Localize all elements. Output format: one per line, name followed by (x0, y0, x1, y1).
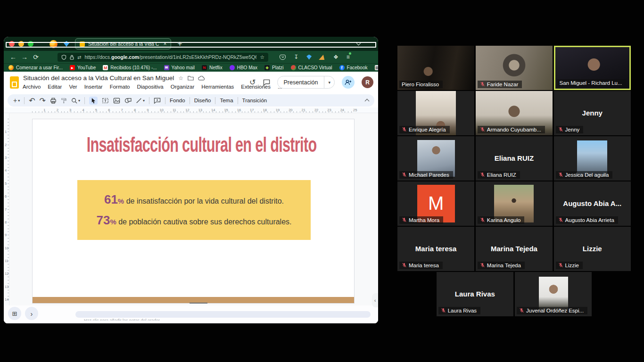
gem-toolbar-icon[interactable] (306, 55, 312, 60)
speaker-notes-bar[interactable] (75, 311, 371, 318)
pocket-icon[interactable] (280, 55, 286, 60)
bookmark-inicio[interactable]: ▤Inicio (375, 65, 379, 70)
participant-name-label: Piero Fioralisso (399, 81, 443, 88)
participant-tile[interactable]: San Miguel - Richard Lu... (554, 46, 631, 90)
cloud-status-icon[interactable] (198, 76, 205, 81)
participant-tile[interactable]: Michael Paredes (397, 136, 474, 181)
participant-name-label: Jenny (556, 126, 584, 133)
participant-tile[interactable]: LizzieLizzie (554, 227, 631, 271)
yahoo-icon: ✉ (164, 65, 169, 70)
present-options-caret-icon[interactable]: ▾ (324, 80, 334, 85)
star-document-icon[interactable]: ☆ (178, 75, 183, 82)
speaker-notes-placeholder: Haz clic para añadir las notas del orado… (84, 318, 160, 321)
back-button[interactable]: ← (8, 53, 19, 61)
participant-tile[interactable]: Augusto Abia A...Augusto Abia Arrieta (554, 181, 631, 226)
lock-icon[interactable] (70, 55, 74, 60)
participant-tile[interactable]: JennyJenny (554, 91, 631, 135)
participant-tile[interactable]: Enrique Alegría (397, 91, 474, 135)
google-slides-icon[interactable] (10, 76, 19, 89)
participant-tile[interactable]: Juvenal Ordóñez Espi... (515, 272, 592, 316)
collapse-panel-button[interactable]: ‹ (372, 293, 378, 307)
notes-splitter-handle[interactable] (190, 303, 207, 304)
document-title[interactable]: Situación del acceso a la Vida Cultural … (23, 74, 174, 82)
participant-tile[interactable]: Jessica Del aguila (554, 136, 631, 181)
bookmark-gmail[interactable]: MRecibidos (10.476) -... (103, 65, 157, 70)
bookmark-platzi[interactable]: ◆Platzi (264, 65, 283, 70)
grid-view-button[interactable]: ⊞ (8, 307, 21, 320)
menu-diapositiva[interactable]: Diapositiva (137, 84, 164, 90)
participant-tile[interactable]: Marina TejedaMarina Tejeda (476, 227, 553, 271)
text-box-button[interactable] (102, 98, 109, 104)
fin-extension-icon[interactable] (319, 55, 326, 60)
platzi-icon: ◆ (264, 65, 270, 70)
slide-canvas-area: 1234567891011121314 Insatisfacción cultu… (4, 113, 378, 305)
comments-icon[interactable] (263, 79, 270, 86)
undo-button[interactable]: ↶ (29, 96, 35, 105)
participant-tile[interactable]: Laura RivasLaura Rivas (437, 272, 513, 316)
account-avatar[interactable]: R (362, 76, 373, 88)
menu-insertar[interactable]: Insertar (84, 84, 103, 90)
layout-button[interactable]: Diseño (194, 98, 211, 103)
bookmark-clacso[interactable]: CLACSO Virtual (291, 65, 332, 70)
insert-shape-button[interactable] (124, 98, 132, 104)
forward-button[interactable]: → (19, 53, 30, 61)
stats-text-box[interactable]: 61% de insatisfacción por la vida cultur… (77, 180, 311, 240)
present-button[interactable]: Presentación ▾ (277, 76, 335, 89)
theme-button[interactable]: Tema (220, 98, 233, 103)
adblock-extension-icon[interactable]: ≡ (347, 54, 350, 60)
downloads-icon[interactable]: ↧ (294, 54, 298, 60)
menu-editar[interactable]: Editar (48, 84, 62, 90)
select-tool-button[interactable] (89, 97, 98, 105)
bookmark-youtube[interactable]: ▶YouTube (70, 65, 96, 70)
participant-tile[interactable]: Piero Fioralisso (397, 46, 474, 90)
insert-line-button[interactable]: ▾ (136, 98, 145, 104)
participant-name-label: Martha Mora (399, 216, 443, 224)
bookmark-hbomax[interactable]: HBO Max (230, 65, 257, 70)
container-icon[interactable]: ⇄ (77, 55, 81, 60)
menu-formato[interactable]: Formato (110, 84, 130, 90)
share-button[interactable] (342, 76, 355, 89)
participant-tile[interactable]: Karina Angulo (476, 181, 553, 226)
redo-button[interactable]: ↷ (40, 96, 46, 105)
version-history-icon[interactable]: ↺ (249, 78, 256, 87)
slides-favicon (80, 41, 85, 47)
slide-title[interactable]: Insatisfacción cultural en el distrito (33, 132, 354, 157)
bookmark-netflix[interactable]: NNetflix (202, 65, 223, 70)
participant-tile[interactable]: Faride Nazar (476, 46, 553, 90)
paint-format-button[interactable] (61, 98, 67, 104)
participant-tile[interactable]: MMartha Mora (397, 181, 474, 226)
url-text[interactable]: https://docs.google.com/presentation/d/1… (84, 54, 256, 60)
bookmark-star-icon[interactable]: ☆ (260, 54, 264, 60)
new-slide-button[interactable]: +▾ (13, 97, 20, 104)
menu-archivo[interactable]: Archivo (23, 84, 41, 90)
print-button[interactable] (50, 98, 57, 104)
browser-tab[interactable]: Situación del acceso a la Vida C × (75, 38, 171, 49)
slide[interactable]: Insatisfacción cultural en el distrito 6… (32, 119, 355, 304)
move-folder-icon[interactable] (188, 75, 194, 81)
reload-button[interactable]: ⟳ (30, 53, 41, 61)
bookmark-facebook[interactable]: fFacebook (339, 65, 368, 70)
transition-button[interactable]: Transición (242, 98, 267, 103)
mic-muted-icon (480, 263, 485, 268)
background-button[interactable]: Fondo (170, 98, 185, 103)
mic-muted-icon (480, 82, 485, 87)
sidebar-extension-icon[interactable]: ❖ (333, 54, 339, 60)
bookmark-yahoo[interactable]: ✉Yahoo mail (164, 65, 195, 70)
tracking-shield-icon[interactable] (61, 55, 66, 60)
zoom-button[interactable]: ▾ (71, 98, 80, 104)
next-slide-button[interactable]: › (25, 307, 38, 320)
participant-tile[interactable]: Maria teresaMaria teresa (397, 227, 474, 271)
participant-tile[interactable]: Eliana RUIZEliana RUIZ (476, 136, 553, 181)
insert-comment-button[interactable] (154, 98, 161, 104)
url-bar[interactable]: ⇄ https://docs.google.com/presentation/d… (58, 53, 268, 62)
menu-herramientas[interactable]: Herramientas (201, 84, 234, 90)
collapse-toolbar-chevron-icon[interactable] (365, 98, 369, 103)
menu-ver[interactable]: Ver (69, 84, 77, 90)
horizontal-ruler: 1234567891011121314151617181920212223242… (4, 107, 378, 113)
bookmark-firefox[interactable]: Comenzar a usar Fir... (8, 65, 63, 70)
menu-organizar[interactable]: Organizar (171, 84, 195, 90)
participant-tile[interactable]: Armando Cuyubamb... (476, 91, 553, 135)
participant-name-label: Enrique Alegría (399, 126, 450, 133)
insert-image-button[interactable] (113, 98, 120, 104)
firefox-icon (8, 65, 14, 70)
